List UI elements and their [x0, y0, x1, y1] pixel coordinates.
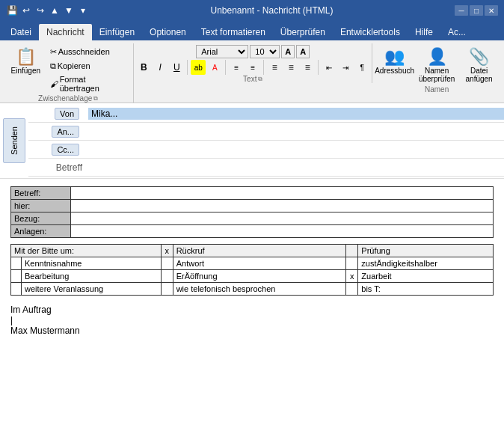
row3-col1-x — [161, 283, 173, 296]
up-qa-button[interactable]: ▲ — [49, 4, 61, 16]
font-color-button[interactable]: A — [207, 60, 222, 75]
align-right-button[interactable]: ≡ — [300, 60, 315, 75]
row1-col2-x — [346, 257, 358, 270]
close-button[interactable]: ✕ — [485, 5, 498, 16]
paste-icon: 📋 — [16, 47, 36, 67]
check-names-button[interactable]: 👤 Namen überprüfen — [417, 45, 458, 85]
copy-icon: ⧉ — [50, 61, 56, 71]
maximize-button[interactable]: □ — [470, 5, 483, 16]
subject-input[interactable] — [88, 162, 504, 174]
row2-indent — [11, 270, 22, 283]
tab-einfuegen[interactable]: Einfügen — [92, 24, 142, 40]
scissors-icon: ✂ — [50, 47, 57, 57]
shrink-font-button[interactable]: A — [296, 45, 310, 58]
align-center-button[interactable]: ≡ — [283, 60, 298, 75]
save-qa-button[interactable]: 💾 — [6, 4, 18, 16]
tab-datei[interactable]: Datei — [3, 24, 39, 40]
row3-col2-x — [346, 283, 358, 296]
bullets-button[interactable]: ≡ — [229, 60, 244, 75]
from-button[interactable]: Von — [55, 108, 79, 120]
down-qa-button[interactable]: ▼ — [63, 4, 75, 16]
names-group: 👥 Adressbuch 👤 Namen überprüfen 📎 Datei … — [372, 43, 501, 94]
minimize-button[interactable]: ─ — [455, 5, 468, 16]
clipboard-group: 📋 Einfügen ✂ Ausschneiden ⧉ Kopieren 🖌 F… — [3, 43, 134, 103]
bezug-row: Bezug: — [11, 212, 494, 225]
row3-col3: bis T: — [358, 283, 494, 296]
hier-value-cell[interactable] — [71, 200, 494, 212]
text-expand-icon[interactable]: ⧉ — [258, 76, 262, 83]
grow-font-button[interactable]: A — [281, 45, 295, 58]
format-painter-button[interactable]: 🖌 Format übertragen — [47, 73, 129, 94]
clipboard-expand-icon[interactable]: ⧉ — [93, 95, 98, 103]
email-body[interactable]: Betreff: hier: Bezug: Anlagen: Mit der B… — [0, 179, 504, 343]
hier-label-cell: hier: — [11, 200, 71, 212]
tab-optionen[interactable]: Optionen — [142, 24, 194, 40]
title-bar: 💾 ↩ ↪ ▲ ▼ ▾ Unbenannt - Nachricht (HTML)… — [0, 0, 504, 21]
indent-separator — [263, 60, 264, 75]
tab-hilfe[interactable]: Hilfe — [408, 24, 440, 40]
increase-indent-button[interactable]: ⇥ — [338, 60, 353, 75]
anlagen-label-cell: Anlagen: — [11, 225, 71, 238]
font-group: Arial 10 A A B I U ab A ≡ ≡ ≡ ≡ ≡ ⇤ — [134, 43, 372, 83]
address-book-button[interactable]: 👥 Adressbuch — [376, 45, 414, 77]
row2-col3: Zuarbeit — [358, 270, 494, 283]
to-row: An... — [28, 123, 504, 141]
signature-line1: Im Auftrag — [10, 305, 494, 315]
routing-table: Mit der Bitte um: x Rückruf Prüfung Kenn… — [10, 244, 494, 296]
cc-input[interactable] — [88, 144, 504, 156]
brush-icon: 🖌 — [50, 79, 58, 88]
bezug-value-cell[interactable] — [71, 212, 494, 225]
anlagen-row: Anlagen: — [11, 225, 494, 238]
format-separator2 — [225, 60, 226, 75]
signature-area: Im Auftrag | Max Mustermann — [10, 305, 494, 336]
copy-button[interactable]: ⧉ Kopieren — [47, 59, 129, 73]
header-info-table: Betreff: hier: Bezug: Anlagen: — [10, 186, 494, 238]
to-input[interactable] — [88, 126, 504, 138]
cut-button[interactable]: ✂ Ausschneiden — [47, 45, 129, 58]
numbering-button[interactable]: ≡ — [245, 60, 260, 75]
row1-indent — [11, 257, 22, 270]
attach-file-button[interactable]: 📎 Datei anfügen — [461, 45, 498, 85]
anlagen-value-cell[interactable] — [71, 225, 494, 238]
highlight-button[interactable]: ab — [191, 60, 206, 75]
send-button[interactable]: Senden — [3, 118, 25, 163]
routing-header-row: Mit der Bitte um: x Rückruf Prüfung — [11, 245, 494, 257]
underline-button[interactable]: U — [169, 60, 184, 75]
to-button[interactable]: An... — [52, 126, 79, 138]
tab-text-formatieren[interactable]: Text formatieren — [194, 24, 273, 40]
tab-nachricht[interactable]: Nachricht — [39, 24, 92, 40]
row3-col2: wie telefonisch besprochen — [173, 283, 346, 296]
paperclip-icon: 📎 — [469, 47, 489, 67]
email-fields: Von An... Cc... Betreff — [28, 105, 504, 177]
redo-qa-button[interactable]: ↪ — [34, 4, 46, 16]
row2-col1: Bearbeitung — [22, 270, 162, 283]
send-area: Senden — [0, 105, 28, 177]
col2-header: Rückruf — [173, 245, 346, 257]
bold-button[interactable]: B — [136, 60, 151, 75]
more-qa-button[interactable]: ▾ — [77, 4, 89, 16]
tab-uberpruefen[interactable]: Überprüfen — [273, 24, 333, 40]
italic-button[interactable]: I — [153, 60, 168, 75]
undo-qa-button[interactable]: ↩ — [20, 4, 32, 16]
betreff-value-cell[interactable] — [71, 187, 494, 200]
col3-header: Prüfung — [358, 245, 494, 257]
row2-col1-x — [161, 270, 173, 283]
row3-indent — [11, 283, 22, 296]
paragraph-mark-button[interactable]: ¶ — [354, 60, 369, 75]
window-controls: ─ □ ✕ — [455, 5, 498, 16]
tab-entwicklertools[interactable]: Entwicklertools — [333, 24, 408, 40]
bezug-label-cell: Bezug: — [11, 212, 71, 225]
align-left-button[interactable]: ≡ — [267, 60, 282, 75]
paste-button[interactable]: 📋 Einfügen — [7, 45, 44, 94]
betreff-label-cell: Betreff: — [11, 187, 71, 200]
address-book-icon: 👥 — [384, 47, 405, 67]
row1-col2: Antwort — [173, 257, 346, 270]
row3-col1: weitere Veranlassung — [22, 283, 162, 296]
tab-ac[interactable]: Ac... — [440, 24, 473, 40]
from-input[interactable] — [88, 108, 504, 120]
cc-button[interactable]: Cc... — [52, 144, 79, 156]
decrease-indent-button[interactable]: ⇤ — [322, 60, 336, 75]
font-face-select[interactable]: Arial — [196, 45, 248, 58]
col1-header: Mit der Bitte um: — [11, 245, 162, 257]
font-size-select[interactable]: 10 — [250, 45, 280, 58]
